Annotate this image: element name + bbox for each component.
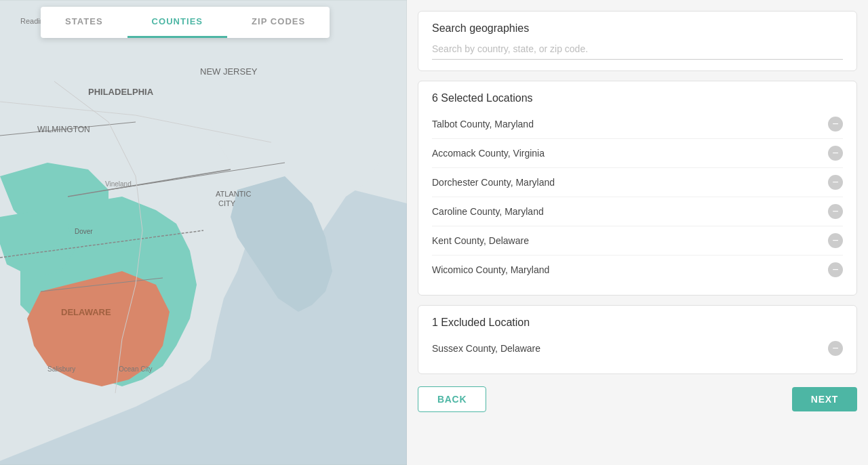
remove-location-button[interactable]: − [828, 204, 843, 219]
list-item: Wicomico County, Maryland− [432, 255, 843, 284]
svg-text:PHILADELPHIA: PHILADELPHIA [88, 87, 154, 97]
remove-location-button[interactable]: − [828, 233, 843, 248]
remove-excluded-button[interactable]: − [828, 341, 843, 356]
svg-text:DELAWARE: DELAWARE [61, 307, 111, 317]
list-item: Talbot County, Maryland− [432, 110, 843, 138]
map-svg: Reading PHILADELPHIA WILMINGTON NEW JERS… [0, 0, 407, 465]
search-input-wrap[interactable] [432, 43, 843, 60]
list-item: Kent County, Delaware− [432, 226, 843, 255]
list-item: Dorchester County, Maryland− [432, 167, 843, 197]
location-name: Kent County, Delaware [432, 235, 529, 246]
tab-zipcodes[interactable]: ZIP CODES [227, 7, 330, 38]
location-name: Wicomico County, Maryland [432, 264, 549, 275]
list-item: Caroline County, Maryland− [432, 197, 843, 226]
right-panel: Search geographies 6 Selected Locations … [407, 0, 868, 465]
bottom-bar: BACK NEXT [418, 384, 857, 413]
tab-states[interactable]: STATES [41, 7, 127, 38]
selected-locations-card: 6 Selected Locations Talbot County, Mary… [418, 81, 857, 296]
svg-text:WILMINGTON: WILMINGTON [37, 125, 90, 134]
location-name: Accomack County, Virginia [432, 148, 545, 159]
remove-location-button[interactable]: − [828, 146, 843, 161]
list-item: Accomack County, Virginia− [432, 138, 843, 167]
next-button[interactable]: NEXT [792, 387, 857, 411]
back-button[interactable]: BACK [418, 386, 486, 412]
location-name: Caroline County, Maryland [432, 206, 544, 217]
list-item: Sussex County, Delaware− [432, 334, 843, 363]
location-name: Dorchester County, Maryland [432, 177, 555, 188]
location-name: Talbot County, Maryland [432, 119, 534, 129]
svg-text:Dover: Dover [75, 228, 93, 235]
search-title: Search geographies [432, 22, 843, 35]
map-panel[interactable]: STATES COUNTIES ZIP CODES [0, 0, 407, 465]
tabs-bar: STATES COUNTIES ZIP CODES [41, 7, 330, 38]
tab-counties[interactable]: COUNTIES [127, 7, 228, 38]
svg-text:Vineland: Vineland [105, 180, 132, 188]
selected-locations-title: 6 Selected Locations [432, 92, 843, 104]
svg-text:ATLANTIC: ATLANTIC [216, 190, 251, 198]
selected-location-list: Talbot County, Maryland−Accomack County,… [432, 110, 843, 284]
excluded-locations-title: 1 Excluded Location [432, 317, 843, 329]
remove-location-button[interactable]: − [828, 262, 843, 277]
excluded-location-list: Sussex County, Delaware− [432, 334, 843, 363]
remove-location-button[interactable]: − [828, 175, 843, 190]
location-name: Sussex County, Delaware [432, 343, 540, 354]
remove-location-button[interactable]: − [828, 117, 843, 132]
search-card: Search geographies [418, 11, 857, 71]
svg-text:CITY: CITY [218, 199, 236, 207]
svg-text:NEW JERSEY: NEW JERSEY [200, 66, 258, 77]
svg-text:Ocean City: Ocean City [119, 365, 152, 373]
svg-text:Salisbury: Salisbury [47, 365, 75, 373]
search-input[interactable] [432, 43, 843, 54]
excluded-locations-card: 1 Excluded Location Sussex County, Delaw… [418, 305, 857, 374]
